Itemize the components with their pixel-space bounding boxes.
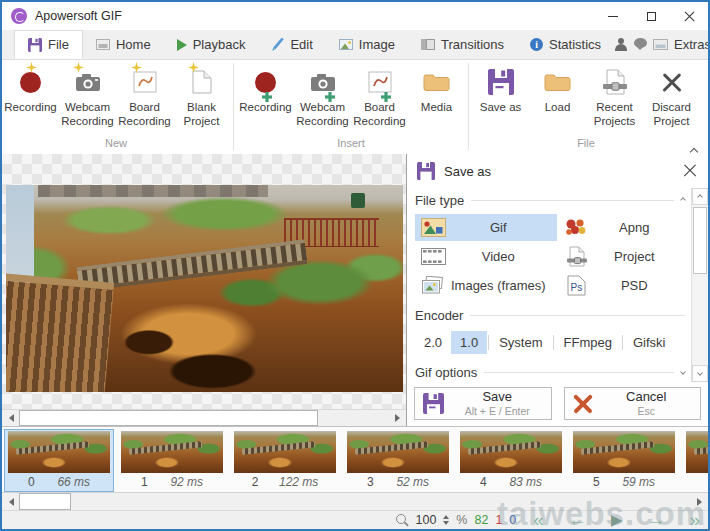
close-button[interactable] [670, 2, 708, 30]
tab-file[interactable]: File [14, 30, 83, 59]
tab-edit-label: Edit [290, 37, 312, 52]
preview-canvas[interactable] [2, 154, 406, 426]
frame-index: 1 [141, 475, 148, 489]
zoom-value[interactable]: 100 [416, 513, 437, 527]
frame-duration: 59 ms [622, 475, 655, 489]
chat-bubble-icon[interactable] [634, 38, 647, 51]
filmstrip-frame-4[interactable]: 4 83 ms [456, 429, 566, 492]
file-type-psd[interactable]: Ps PSD [559, 272, 685, 299]
window-title: Apowersoft GIF [35, 9, 122, 23]
load-button[interactable]: Load [529, 60, 586, 137]
tab-edit[interactable]: Edit [258, 30, 325, 59]
insert-media-button[interactable]: Media [408, 60, 465, 137]
discard-x-icon [661, 65, 683, 99]
encoder-option-ffmpeg[interactable]: FFmpeg [555, 331, 621, 354]
zoom-spinner[interactable] [443, 512, 449, 528]
canvas-horizontal-scrollbar[interactable] [2, 409, 406, 426]
filmstrip-horizontal-scrollbar[interactable] [2, 492, 708, 510]
gif-options-section-header[interactable]: Gif options [415, 360, 685, 382]
encoder-option-1-0[interactable]: 1.0 [451, 331, 487, 354]
file-type-section-header[interactable]: File type [415, 188, 685, 212]
frame-index: 0 [28, 475, 35, 489]
new-board-recording-button[interactable]: Board Recording [116, 60, 173, 137]
scroll-up-button[interactable] [692, 188, 708, 205]
spin-up-icon[interactable] [443, 512, 449, 519]
button-label: Webcam Recording [59, 101, 116, 129]
discard-project-button[interactable]: Discard Project [643, 60, 700, 137]
pencil-icon [271, 38, 284, 51]
tab-image[interactable]: Image [326, 30, 408, 59]
new-recording-button[interactable]: Recording [2, 60, 59, 137]
save-button[interactable]: Save Alt + E / Enter [414, 387, 552, 420]
next-frame-button[interactable]: → [646, 509, 665, 531]
panel-close-button[interactable] [682, 163, 698, 179]
first-frame-button[interactable]: « [533, 509, 544, 531]
extras-label: Extras [674, 37, 710, 52]
filmstrip-frame-2[interactable]: 2 122 ms [230, 429, 340, 492]
ribbon-separator [468, 63, 469, 150]
previous-frame-button[interactable]: ← [568, 509, 587, 531]
file-type-project[interactable]: Project [559, 243, 685, 270]
tab-statistics[interactable]: i Statistics [517, 30, 614, 59]
insert-board-recording-button[interactable]: Board Recording [351, 60, 408, 137]
insert-recording-button[interactable]: Recording [237, 60, 294, 137]
expand-section-icon[interactable] [680, 369, 686, 375]
play-icon [177, 39, 187, 51]
encoder-option-2-0[interactable]: 2.0 [415, 331, 451, 354]
file-type-video[interactable]: Video [415, 243, 557, 270]
minimize-button[interactable] [594, 2, 632, 30]
collapse-ribbon-button[interactable] [691, 141, 701, 151]
filmstrip-frame-1[interactable]: 1 92 ms [117, 429, 227, 492]
scroll-right-button[interactable] [691, 493, 708, 510]
new-webcam-recording-button[interactable]: Webcam Recording [59, 60, 116, 137]
cancel-button-label: Cancel [626, 390, 666, 405]
maximize-button[interactable] [632, 2, 670, 30]
last-frame-button[interactable]: » [689, 509, 700, 531]
tab-playback[interactable]: Playback [164, 30, 259, 59]
tab-home[interactable]: Home [83, 30, 164, 59]
panel-title: Save as [444, 164, 673, 179]
cancel-button[interactable]: Cancel Esc [564, 387, 702, 420]
scrollbar-thumb[interactable] [19, 410, 318, 426]
ribbon-group-new: Recording Webcam Recording Board Recordi… [2, 60, 230, 154]
gif-icon [418, 218, 448, 237]
encoder-section-header[interactable]: Encoder [415, 303, 685, 327]
encoder-option-system[interactable]: System [490, 331, 551, 354]
blank-project-button[interactable]: Blank Project [173, 60, 230, 137]
image-icon [339, 39, 353, 50]
file-type-label: Project [592, 249, 685, 264]
scrollbar-thumb[interactable] [693, 207, 707, 274]
floppy-icon [423, 393, 444, 414]
cancel-button-shortcut: Esc [637, 405, 655, 417]
apng-icon [562, 218, 592, 237]
extras-menu[interactable]: Extras [614, 30, 710, 59]
filmstrip-frame-0[interactable]: 0 66 ms [4, 429, 114, 492]
save-as-panel: Save as File type Gif Apng [406, 154, 708, 426]
scroll-down-button[interactable] [692, 365, 708, 382]
filmstrip-frame-5[interactable]: 5 59 ms [569, 429, 679, 492]
save-button-label: Save [482, 390, 512, 405]
tab-transitions[interactable]: Transitions [408, 30, 517, 59]
frame-thumbnail [573, 431, 675, 473]
filmstrip-frame-3[interactable]: 3 52 ms [343, 429, 453, 492]
panel-vertical-scrollbar[interactable] [691, 188, 708, 382]
file-type-apng[interactable]: Apng [559, 214, 685, 241]
scrollbar-thumb[interactable] [19, 493, 71, 510]
filmstrip-frame-6[interactable]: 6 [682, 429, 708, 492]
scroll-left-button[interactable] [2, 410, 19, 426]
spin-down-icon[interactable] [443, 521, 449, 528]
insert-webcam-recording-button[interactable]: Webcam Recording [294, 60, 351, 137]
encoder-option-gifski[interactable]: Gifski [624, 331, 675, 354]
person-icon[interactable] [614, 38, 628, 51]
frame-duration: 52 ms [396, 475, 429, 489]
frame-filmstrip: 0 66 ms 1 92 ms 2 122 ms 3 52 ms [2, 426, 708, 492]
file-type-gif[interactable]: Gif [415, 214, 557, 241]
save-as-button[interactable]: Save as [472, 60, 529, 137]
button-label: Load [545, 101, 571, 115]
recent-projects-button[interactable]: Recent Projects [586, 60, 643, 137]
scroll-left-button[interactable] [2, 493, 19, 510]
file-type-images-frames[interactable]: Images (frames) [415, 272, 557, 299]
scroll-right-button[interactable] [389, 410, 406, 426]
collapse-section-icon[interactable] [680, 197, 686, 203]
play-button[interactable]: ▶ [611, 511, 623, 529]
